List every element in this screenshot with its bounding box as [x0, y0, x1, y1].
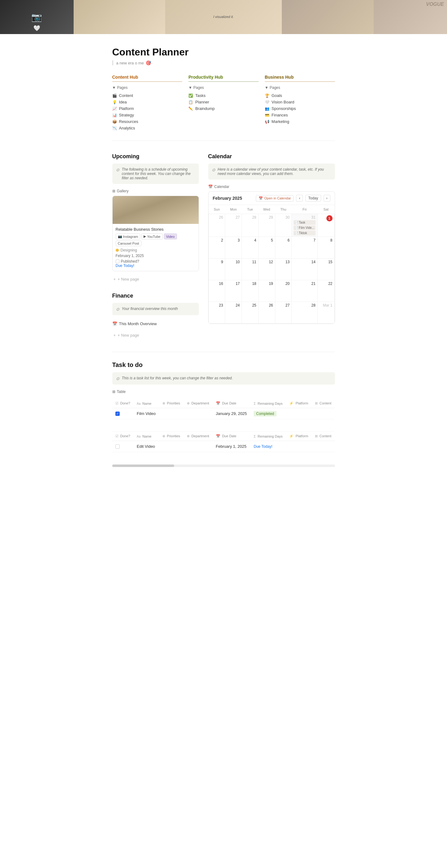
cal-cell[interactable]: 21: [292, 280, 318, 302]
hub-item-vision-board[interactable]: 🤍 Vision Board: [265, 99, 335, 105]
cal-cell[interactable]: 3: [225, 237, 242, 258]
finance-info-box: ⊙ Your financial overview this month: [112, 303, 199, 315]
th-due-date-2: 📅 Due Date: [213, 432, 250, 441]
finance-info-text: Your financial overview this month: [122, 307, 178, 312]
cal-event-task[interactable]: 📄 Task: [294, 220, 315, 225]
planner-icon: 📋: [188, 100, 193, 104]
th-due-date: 📅 Due Date: [213, 399, 250, 408]
hub-item-braindump[interactable]: ✏️ Braindump: [188, 105, 259, 112]
content-icon: 🎬: [112, 94, 117, 98]
upcoming-info-box: ⊙ The following is a schedule of upcomin…: [112, 163, 199, 184]
banner-image-2: [74, 0, 166, 34]
open-calendar-button[interactable]: 📅 Open in Calendar: [256, 195, 294, 202]
checkbox-unchecked[interactable]: [115, 444, 120, 449]
cal-cell[interactable]: 27: [225, 214, 242, 237]
resources-icon: 📦: [112, 120, 117, 124]
cal-cell[interactable]: 27: [275, 302, 292, 323]
hub-item-marketing[interactable]: 📢 Marketing: [265, 118, 335, 125]
cal-cell[interactable]: 20: [275, 280, 292, 302]
cal-cell[interactable]: 12: [258, 258, 275, 280]
cal-cell[interactable]: 2: [208, 237, 225, 258]
checkbox-checked[interactable]: ✓: [115, 411, 120, 416]
cal-cell[interactable]: 6: [275, 237, 292, 258]
hub-item-analytics[interactable]: 📉 Analytics: [112, 125, 182, 131]
hub-item-finances[interactable]: 💳 Finances: [265, 112, 335, 118]
calendar-grid: Sun Mon Tue Wed Thu Fri Sat 26: [208, 205, 335, 323]
braindump-icon: ✏️: [188, 106, 193, 111]
task-info-text: This is a task list for this week, you c…: [122, 376, 233, 381]
task-done-unchecked[interactable]: [112, 441, 134, 452]
hub-item-content[interactable]: 🎬 Content: [112, 92, 182, 99]
cal-cell[interactable]: 16: [208, 280, 225, 302]
info-icon: ⊙: [116, 167, 119, 180]
cal-cell[interactable]: 28: [242, 214, 258, 237]
cal-cell-jan31[interactable]: 31 📄 Task 📄 Film Vide... 📄 Tiktok: [292, 214, 318, 237]
cal-cell[interactable]: 5: [258, 237, 275, 258]
hub-item-goals[interactable]: 🏆 Goals: [265, 92, 335, 99]
cal-cell[interactable]: 8: [317, 237, 334, 258]
cal-cell[interactable]: 7: [292, 237, 318, 258]
published-checkbox[interactable]: [116, 259, 119, 263]
cal-event-filmvideo[interactable]: 📄 Film Vide...: [294, 225, 315, 230]
cal-cell[interactable]: 25: [242, 302, 258, 323]
cal-cell[interactable]: 28: [292, 302, 318, 323]
cal-cell[interactable]: 18: [242, 280, 258, 302]
status-dot: [116, 249, 119, 252]
cal-cell[interactable]: 24: [225, 302, 242, 323]
th-name: Aa Name: [134, 399, 159, 408]
cal-cell[interactable]: 30: [275, 214, 292, 237]
cal-cell[interactable]: 22: [317, 280, 334, 302]
task-spacer-row: [112, 419, 335, 432]
cal-info-icon: ⊙: [212, 167, 215, 176]
th-content: ⊞ Content: [312, 399, 335, 408]
cal-cell[interactable]: 4: [242, 237, 258, 258]
hub-item-strategy[interactable]: 📊 Strategy: [112, 112, 182, 118]
banner: 📷 I visualized it. VOGUE 🤍: [0, 0, 447, 34]
cal-cell[interactable]: 29: [258, 214, 275, 237]
calendar-header: February 2025 📅 Open in Calendar ‹ Today…: [208, 192, 335, 205]
finance-new-page-btn[interactable]: + + New page: [112, 331, 199, 339]
scrollbar-track[interactable]: [112, 465, 335, 467]
cal-cell[interactable]: 26: [258, 302, 275, 323]
cal-cell[interactable]: 19: [258, 280, 275, 302]
hub-item-resources[interactable]: 📦 Resources: [112, 118, 182, 125]
cal-cell[interactable]: 26: [208, 214, 225, 237]
cal-event-tiktok[interactable]: 📄 Tiktok: [294, 231, 315, 235]
cal-cell[interactable]: 14: [292, 258, 318, 280]
business-hub: Business Hub ▼ Pages 🏆 Goals 🤍 Vision Bo…: [265, 74, 335, 131]
cal-cell[interactable]: 13: [275, 258, 292, 280]
cal-cell[interactable]: 15: [317, 258, 334, 280]
day-thu: Thu: [275, 205, 292, 214]
calendar-days-header: Sun Mon Tue Wed Thu Fri Sat: [208, 205, 334, 214]
hub-item-platform[interactable]: 📈 Platform: [112, 105, 182, 112]
task-platform-2: [286, 441, 311, 452]
calendar-next-button[interactable]: ›: [323, 195, 331, 202]
heart-icon: 🤍: [33, 25, 40, 32]
task-row-film-video: ✓ Film Video January 29, 2025 Completed: [112, 408, 335, 419]
cal-cell[interactable]: 11: [242, 258, 258, 280]
task-done-checked[interactable]: ✓: [112, 408, 134, 419]
finance-month-overview[interactable]: 📅 This Month Overview: [112, 320, 199, 327]
vision-board-icon: 🤍: [265, 100, 270, 104]
hub-item-sponsorships[interactable]: 👥 Sponsorships: [265, 105, 335, 112]
productivity-hub-pages-label: ▼ Pages: [188, 86, 259, 90]
hub-item-tasks[interactable]: ✅ Tasks: [188, 92, 259, 99]
cal-cell[interactable]: 9: [208, 258, 225, 280]
day-fri: Fri: [292, 205, 318, 214]
cal-cell[interactable]: 10: [225, 258, 242, 280]
cal-cell[interactable]: 17: [225, 280, 242, 302]
calendar-prev-button[interactable]: ‹: [296, 195, 303, 202]
cal-cell[interactable]: 23: [208, 302, 225, 323]
table-label: ⊞ Table: [112, 390, 335, 394]
cal-cell[interactable]: Mar 1: [317, 302, 334, 323]
scrollbar-thumb[interactable]: [112, 465, 174, 467]
card-person-image: [113, 196, 199, 224]
upcoming-new-page-btn[interactable]: + + New page: [112, 275, 199, 283]
calendar-today-button[interactable]: Today: [305, 195, 321, 202]
hub-item-idea[interactable]: 💡 Idea: [112, 99, 182, 105]
instagram-icon: 📷: [118, 235, 122, 239]
gallery-icon: ⊞: [112, 189, 115, 193]
task-name-film-video: Film Video: [134, 408, 159, 419]
cal-cell-feb1[interactable]: 1: [317, 214, 334, 237]
hub-item-planner[interactable]: 📋 Planner: [188, 99, 259, 105]
